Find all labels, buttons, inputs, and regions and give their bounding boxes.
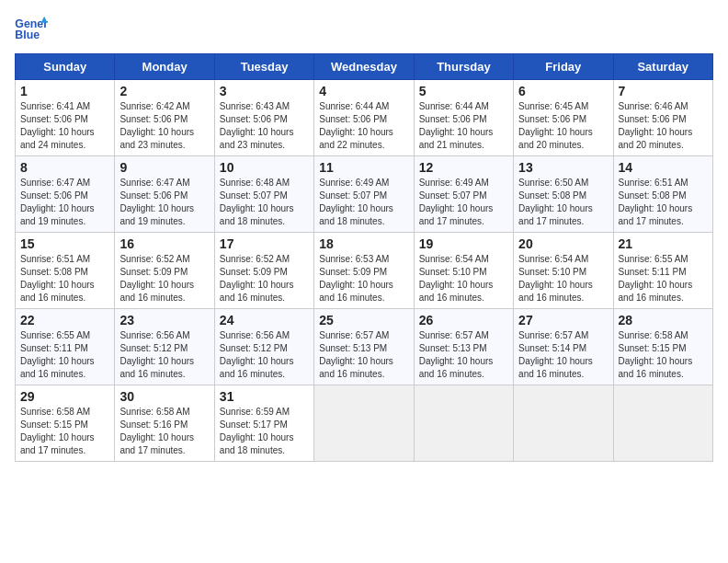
cell-info: Sunrise: 6:49 AMSunset: 5:07 PMDaylight:… (419, 177, 508, 228)
calendar-cell: 9Sunrise: 6:47 AMSunset: 5:06 PMDaylight… (115, 156, 214, 233)
calendar-cell: 27Sunrise: 6:57 AMSunset: 5:14 PMDayligh… (514, 309, 613, 385)
calendar-week-4: 22Sunrise: 6:55 AMSunset: 5:11 PMDayligh… (16, 309, 713, 385)
logo-icon: General Blue (15, 15, 48, 42)
cell-info: Sunrise: 6:53 AMSunset: 5:09 PMDaylight:… (319, 253, 408, 304)
calendar-cell: 15Sunrise: 6:51 AMSunset: 5:08 PMDayligh… (16, 233, 115, 309)
calendar-cell: 10Sunrise: 6:48 AMSunset: 5:07 PMDayligh… (214, 156, 313, 233)
day-header-tuesday: Tuesday (214, 54, 313, 80)
calendar-cell: 12Sunrise: 6:49 AMSunset: 5:07 PMDayligh… (414, 156, 513, 233)
cell-info: Sunrise: 6:52 AMSunset: 5:09 PMDaylight:… (220, 253, 309, 304)
cell-info: Sunrise: 6:45 AMSunset: 5:06 PMDaylight:… (518, 100, 608, 152)
day-number: 2 (119, 84, 209, 98)
calendar-cell: 30Sunrise: 6:58 AMSunset: 5:16 PMDayligh… (115, 385, 214, 462)
day-header-saturday: Saturday (613, 54, 712, 80)
calendar-cell: 19Sunrise: 6:54 AMSunset: 5:10 PMDayligh… (414, 233, 513, 309)
day-number: 13 (518, 160, 608, 175)
day-number: 27 (518, 313, 608, 327)
calendar-cell: 8Sunrise: 6:47 AMSunset: 5:06 PMDaylight… (16, 156, 115, 233)
calendar-cell: 2Sunrise: 6:42 AMSunset: 5:06 PMDaylight… (115, 80, 214, 156)
day-number: 8 (20, 160, 109, 175)
cell-info: Sunrise: 6:58 AMSunset: 5:15 PMDaylight:… (619, 329, 708, 381)
calendar-cell (613, 385, 712, 462)
day-number: 28 (619, 313, 708, 327)
day-number: 24 (220, 313, 309, 327)
day-number: 16 (119, 236, 209, 251)
day-number: 11 (319, 160, 408, 175)
cell-info: Sunrise: 6:55 AMSunset: 5:11 PMDaylight:… (20, 329, 109, 381)
day-number: 1 (20, 84, 109, 98)
cell-info: Sunrise: 6:57 AMSunset: 5:13 PMDaylight:… (319, 329, 408, 381)
cell-info: Sunrise: 6:47 AMSunset: 5:06 PMDaylight:… (20, 177, 109, 228)
day-header-sunday: Sunday (16, 54, 115, 80)
calendar-cell: 31Sunrise: 6:59 AMSunset: 5:17 PMDayligh… (214, 385, 313, 462)
cell-info: Sunrise: 6:44 AMSunset: 5:06 PMDaylight:… (419, 100, 508, 152)
calendar-cell: 29Sunrise: 6:58 AMSunset: 5:15 PMDayligh… (16, 385, 115, 462)
cell-info: Sunrise: 6:54 AMSunset: 5:10 PMDaylight:… (518, 253, 608, 304)
calendar-cell (314, 385, 414, 462)
cell-info: Sunrise: 6:51 AMSunset: 5:08 PMDaylight:… (619, 177, 708, 228)
calendar-cell: 7Sunrise: 6:46 AMSunset: 5:06 PMDaylight… (613, 80, 712, 156)
day-number: 30 (119, 389, 209, 404)
day-header-wednesday: Wednesday (314, 54, 414, 80)
calendar-cell: 26Sunrise: 6:57 AMSunset: 5:13 PMDayligh… (414, 309, 513, 385)
svg-text:Blue: Blue (15, 29, 40, 41)
day-number: 12 (419, 160, 508, 175)
day-number: 7 (619, 84, 708, 98)
calendar-cell: 25Sunrise: 6:57 AMSunset: 5:13 PMDayligh… (314, 309, 414, 385)
calendar-table: SundayMondayTuesdayWednesdayThursdayFrid… (15, 53, 713, 462)
cell-info: Sunrise: 6:52 AMSunset: 5:09 PMDaylight:… (119, 253, 209, 304)
day-number: 15 (20, 236, 109, 251)
cell-info: Sunrise: 6:51 AMSunset: 5:08 PMDaylight:… (20, 253, 109, 304)
calendar-cell: 11Sunrise: 6:49 AMSunset: 5:07 PMDayligh… (314, 156, 414, 233)
day-number: 4 (319, 84, 408, 98)
calendar-cell: 23Sunrise: 6:56 AMSunset: 5:12 PMDayligh… (115, 309, 214, 385)
calendar-cell: 13Sunrise: 6:50 AMSunset: 5:08 PMDayligh… (514, 156, 613, 233)
calendar-cell: 18Sunrise: 6:53 AMSunset: 5:09 PMDayligh… (314, 233, 414, 309)
day-header-monday: Monday (115, 54, 214, 80)
day-number: 14 (619, 160, 708, 175)
cell-info: Sunrise: 6:49 AMSunset: 5:07 PMDaylight:… (319, 177, 408, 228)
cell-info: Sunrise: 6:46 AMSunset: 5:06 PMDaylight:… (619, 100, 708, 152)
cell-info: Sunrise: 6:55 AMSunset: 5:11 PMDaylight:… (619, 253, 708, 304)
calendar-cell: 28Sunrise: 6:58 AMSunset: 5:15 PMDayligh… (613, 309, 712, 385)
cell-info: Sunrise: 6:48 AMSunset: 5:07 PMDaylight:… (220, 177, 309, 228)
cell-info: Sunrise: 6:44 AMSunset: 5:06 PMDaylight:… (319, 100, 408, 152)
day-number: 21 (619, 236, 708, 251)
day-number: 6 (518, 84, 608, 98)
page-header: General Blue (15, 15, 713, 42)
day-header-thursday: Thursday (414, 54, 513, 80)
day-number: 31 (220, 389, 309, 404)
calendar-cell: 14Sunrise: 6:51 AMSunset: 5:08 PMDayligh… (613, 156, 712, 233)
cell-info: Sunrise: 6:47 AMSunset: 5:06 PMDaylight:… (119, 177, 209, 228)
day-number: 19 (419, 236, 508, 251)
logo: General Blue (15, 15, 48, 42)
cell-info: Sunrise: 6:59 AMSunset: 5:17 PMDaylight:… (220, 406, 309, 457)
day-number: 5 (419, 84, 508, 98)
day-number: 10 (220, 160, 309, 175)
day-number: 23 (119, 313, 209, 327)
day-number: 17 (220, 236, 309, 251)
day-number: 26 (419, 313, 508, 327)
day-number: 3 (220, 84, 309, 98)
calendar-body: 1Sunrise: 6:41 AMSunset: 5:06 PMDaylight… (16, 80, 713, 462)
calendar-cell (514, 385, 613, 462)
day-number: 18 (319, 236, 408, 251)
calendar-cell: 24Sunrise: 6:56 AMSunset: 5:12 PMDayligh… (214, 309, 313, 385)
calendar-cell: 4Sunrise: 6:44 AMSunset: 5:06 PMDaylight… (314, 80, 414, 156)
day-number: 25 (319, 313, 408, 327)
cell-info: Sunrise: 6:50 AMSunset: 5:08 PMDaylight:… (518, 177, 608, 228)
calendar-header-row: SundayMondayTuesdayWednesdayThursdayFrid… (16, 54, 713, 80)
cell-info: Sunrise: 6:58 AMSunset: 5:16 PMDaylight:… (119, 406, 209, 457)
calendar-cell: 6Sunrise: 6:45 AMSunset: 5:06 PMDaylight… (514, 80, 613, 156)
cell-info: Sunrise: 6:41 AMSunset: 5:06 PMDaylight:… (20, 100, 109, 152)
cell-info: Sunrise: 6:54 AMSunset: 5:10 PMDaylight:… (419, 253, 508, 304)
calendar-cell: 5Sunrise: 6:44 AMSunset: 5:06 PMDaylight… (414, 80, 513, 156)
cell-info: Sunrise: 6:57 AMSunset: 5:13 PMDaylight:… (419, 329, 508, 381)
cell-info: Sunrise: 6:56 AMSunset: 5:12 PMDaylight:… (119, 329, 209, 381)
cell-info: Sunrise: 6:43 AMSunset: 5:06 PMDaylight:… (220, 100, 309, 152)
calendar-cell: 20Sunrise: 6:54 AMSunset: 5:10 PMDayligh… (514, 233, 613, 309)
day-number: 9 (119, 160, 209, 175)
calendar-cell (414, 385, 513, 462)
calendar-cell: 17Sunrise: 6:52 AMSunset: 5:09 PMDayligh… (214, 233, 313, 309)
calendar-week-1: 1Sunrise: 6:41 AMSunset: 5:06 PMDaylight… (16, 80, 713, 156)
